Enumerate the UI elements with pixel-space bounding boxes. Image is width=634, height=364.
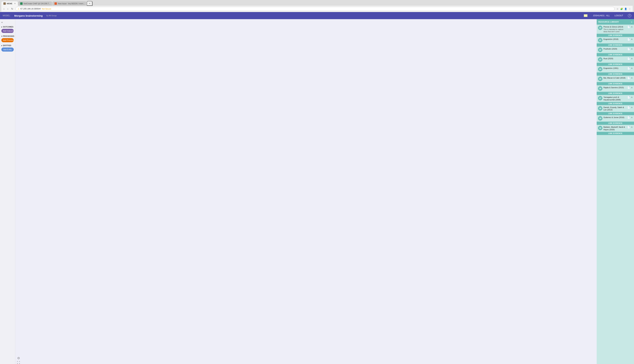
- entities-section: ▸ ENTITIES Add Entity: [1, 44, 14, 52]
- resource-text-24: Engeström (1991): [603, 67, 626, 69]
- resource-doc-icon-23[interactable]: 📄: [627, 57, 630, 60]
- refresh-button[interactable]: ↻: [10, 7, 14, 10]
- resource-doc-icon-21[interactable]: 📄: [627, 38, 630, 41]
- resource-item-24: 24 Engeström (1991) 📄 ∧ LINK EVIDENCE: [597, 66, 634, 76]
- link-evidence-button-24[interactable]: LINK EVIDENCE: [597, 72, 634, 76]
- resource-desc-20: This is intended to capture ideas that d…: [603, 28, 626, 33]
- resource-library-header: RESOURCE LIBRARY »: [597, 19, 634, 24]
- sidebar-collapse-button[interactable]: «: [1, 21, 3, 24]
- resource-doc-icon-26[interactable]: 📄: [627, 86, 630, 89]
- link-evidence-button-29[interactable]: LINK EVIDENCE: [597, 122, 634, 125]
- resource-text-23: Rust (2020): [603, 57, 626, 60]
- resource-text-26: Rajala & Sannino (2015): [603, 86, 626, 89]
- tab-netchat[interactable]: NetCreate CHAT @ 134.209.7... ✕: [18, 1, 52, 6]
- resource-doc-icon-27[interactable]: 📄: [627, 96, 630, 99]
- resource-library-collapse-button[interactable]: »: [631, 20, 632, 23]
- resource-doc-icon-28[interactable]: 📄: [627, 106, 630, 109]
- resource-item-21: 21 Engeström (2018) 📄 ∧ LINK EVIDENCE: [597, 37, 634, 47]
- add-outcome-button[interactable]: Add Outcome: [1, 29, 14, 33]
- resource-chevron-27[interactable]: ∧: [631, 96, 633, 98]
- link-evidence-button-23[interactable]: LINK EVIDENCE: [597, 63, 634, 66]
- resource-item-20: 20 Perone & Göncü (2014) This is intende…: [597, 24, 634, 37]
- link-evidence-button-22[interactable]: LINK EVIDENCE: [597, 53, 634, 56]
- resource-doc-icon-22[interactable]: 📄: [627, 48, 630, 50]
- resource-chevron-28[interactable]: ∧: [631, 106, 633, 108]
- add-entity-button[interactable]: Add Entity: [1, 48, 14, 52]
- focus-button[interactable]: ⊙: [17, 356, 20, 360]
- user-label[interactable]: JOSHUA631 : ALL: [593, 14, 610, 17]
- link-evidence-button-20[interactable]: LINK EVIDENCE: [597, 34, 634, 37]
- resource-chevron-25[interactable]: ∧: [631, 77, 633, 79]
- link-evidence-button-30[interactable]: LINK EVIDENCE: [597, 132, 634, 135]
- link-evidence-button-21[interactable]: LINK EVIDENCE: [597, 44, 634, 47]
- help-button[interactable]: ?: [628, 14, 631, 17]
- left-sidebar: « ▸ OUTCOMES Add Outcome ▾ PROCESSES Add…: [0, 19, 15, 364]
- processes-label: PROCESSES: [3, 35, 15, 37]
- address-warning: Not Secure: [42, 8, 51, 10]
- entities-label: ENTITIES: [3, 44, 11, 46]
- main-canvas[interactable]: ⊙ ⛶: [15, 19, 597, 364]
- resource-doc-icon-24[interactable]: 📄: [627, 67, 630, 70]
- resource-doc-icon-29[interactable]: 📄: [627, 116, 630, 119]
- add-process-button[interactable]: Add Process: [1, 38, 14, 42]
- resource-chevron-24[interactable]: ∧: [631, 67, 633, 69]
- extension-icon[interactable]: 🧩: [620, 7, 623, 10]
- resource-item-30: 30 Baldwin, Mankoff, Nardi & Hayes (2020…: [597, 125, 634, 135]
- resource-title-21: Engeström (2018): [603, 38, 626, 40]
- resource-title-20: Perone & Göncü (2014): [603, 26, 626, 28]
- resource-chevron-22[interactable]: ∧: [631, 48, 633, 50]
- profile-icon[interactable]: 👤: [624, 7, 627, 10]
- processes-section-title[interactable]: ▾ PROCESSES: [1, 35, 14, 37]
- resource-number-24: 24: [598, 67, 602, 72]
- resource-library: RESOURCE LIBRARY » 20 Perone & Göncü (20…: [597, 19, 634, 364]
- forward-button[interactable]: ›: [7, 7, 9, 10]
- link-evidence-button-28[interactable]: LINK EVIDENCE: [597, 112, 634, 115]
- resource-title-29: Gutierrez & Jurow (2016): [603, 116, 626, 118]
- resource-chevron-30[interactable]: ∧: [631, 126, 633, 128]
- resource-text-25: Bal, Afacan & Cakir (2018): [603, 77, 626, 79]
- resource-number-25: 25: [598, 77, 602, 81]
- tab-meme[interactable]: MEME ✕: [1, 1, 18, 6]
- model-label: MODEL:: [3, 14, 11, 17]
- resource-chevron-20[interactable]: ∧: [631, 26, 633, 28]
- outcomes-section-title[interactable]: ▸ OUTCOMES: [1, 26, 14, 28]
- model-group: by All Group: [47, 14, 57, 16]
- resource-chevron-29[interactable]: ∧: [631, 116, 633, 118]
- resource-chevron-23[interactable]: ∧: [631, 57, 633, 60]
- browser-chrome: MEME ✕ NetCreate CHAT @ 134.209.7... ✕ N…: [0, 0, 634, 12]
- processes-arrow: ▾: [1, 35, 2, 37]
- link-evidence-button-26[interactable]: LINK EVIDENCE: [597, 92, 634, 95]
- tab-issue[interactable]: New Issue · Inq SEEDS / mem... ✕: [53, 1, 86, 6]
- link-evidence-button-27[interactable]: LINK EVIDENCE: [597, 102, 634, 105]
- resource-chevron-26[interactable]: ∧: [631, 86, 633, 89]
- resource-number-20: 20: [598, 26, 602, 30]
- logout-button[interactable]: LOGOUT: [614, 14, 623, 17]
- resource-doc-icon-25[interactable]: 📄: [627, 77, 630, 80]
- flag-button[interactable]: [584, 14, 587, 17]
- link-evidence-button-25[interactable]: LINK EVIDENCE: [597, 82, 634, 85]
- entities-section-title[interactable]: ▸ ENTITIES: [1, 44, 14, 46]
- back-button[interactable]: ‹: [3, 7, 5, 10]
- app-wrapper: « ▸ OUTCOMES Add Outcome ▾ PROCESSES Add…: [0, 19, 634, 364]
- new-tab-button[interactable]: +: [87, 1, 93, 6]
- resource-text-21: Engeström (2018): [603, 38, 626, 40]
- top-bar: MODEL: Morgans brainstorming by All Grou…: [0, 12, 634, 19]
- resource-title-27: Yamagata-Lynch & Haudenschild (2009): [603, 96, 626, 101]
- browser-toolbar: ‹ › ↻ ⚠ 67.205.166.16:3000/#/ Not Secure…: [1, 6, 633, 12]
- resource-library-title: RESOURCE LIBRARY: [598, 21, 619, 23]
- resource-text-27: Yamagata-Lynch & Haudenschild (2009): [603, 96, 626, 101]
- menu-icon[interactable]: ⋮: [628, 7, 631, 10]
- processes-section: ▾ PROCESSES Add Process: [1, 35, 14, 42]
- resource-title-28: Danish, Enyedy, Saleh & Lee (2013): [603, 106, 626, 111]
- address-bar[interactable]: ⚠ 67.205.166.16:3000/#/ Not Secure: [16, 7, 615, 11]
- resource-text-20: Perone & Göncü (2014) This is intended t…: [603, 26, 626, 33]
- resource-doc-icon-20[interactable]: 📄: [627, 26, 630, 28]
- expand-button[interactable]: ⛶: [17, 361, 20, 364]
- resource-chevron-21[interactable]: ∧: [631, 38, 633, 40]
- resource-doc-icon-30[interactable]: 📄: [627, 126, 630, 128]
- resource-title-22: Postholm (2020): [603, 48, 626, 50]
- resource-number-29: 29: [598, 116, 602, 120]
- bookmark-star-icon[interactable]: ☆: [616, 7, 619, 10]
- tab-close-meme[interactable]: ✕: [14, 2, 16, 5]
- resource-number-30: 30: [598, 126, 602, 130]
